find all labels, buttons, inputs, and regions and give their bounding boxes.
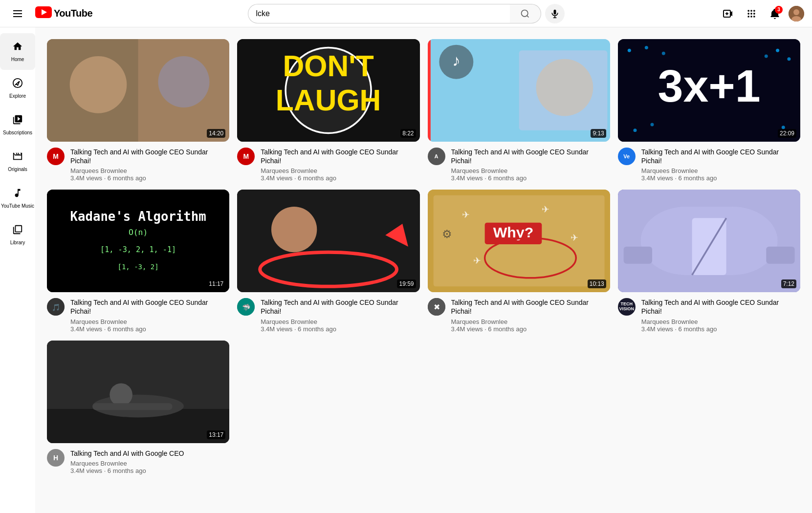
video-info-6: 🦈 Talking Tech and AI with Google CEO Su…: [237, 298, 419, 332]
video-info-4: Ve Talking Tech and AI with Google CEO S…: [618, 148, 800, 182]
video-info-8: TECHVISION Talking Tech and AI with Goog…: [618, 298, 800, 332]
music-icon: [12, 188, 23, 201]
video-card-8[interactable]: 7:12 TECHVISION Talking Tech and AI with…: [618, 190, 800, 332]
video-title-9: Talking Tech and AI with Google CEO: [70, 449, 229, 458]
header-right: 3: [706, 4, 804, 23]
subscriptions-icon: [12, 114, 23, 128]
hamburger-button[interactable]: [8, 4, 27, 23]
header-center: [106, 4, 706, 23]
video-stats-3: 3.4M views · 6 months ago: [451, 174, 610, 182]
svg-point-50: [650, 123, 654, 126]
video-card-2[interactable]: DON'T LAUGH 8:22 M Talking Tech and AI w…: [237, 39, 419, 182]
home-icon: [12, 41, 23, 55]
video-stats-2: 3.4M views · 6 months ago: [261, 174, 419, 182]
search-input[interactable]: [248, 4, 510, 23]
video-meta-3: Talking Tech and AI with Google CEO Sund…: [451, 148, 610, 182]
video-meta-8: Talking Tech and AI with Google CEO Sund…: [641, 298, 800, 332]
mic-button[interactable]: [545, 4, 565, 23]
thumbnail-5: Kadane's Algorithm O(n) [1, -3, 2, 1, -1…: [47, 190, 229, 292]
user-avatar[interactable]: [789, 6, 804, 21]
svg-text:♪: ♪: [452, 51, 460, 69]
channel-avatar-8: TECHVISION: [618, 298, 636, 316]
channel-name-5: Marquees Brownlee: [70, 318, 229, 325]
video-title-7: Talking Tech and AI with Google CEO Sund…: [451, 298, 610, 316]
layout: Home Explore Subscriptions: [0, 27, 812, 486]
apps-button[interactable]: [742, 4, 761, 23]
sidebar-item-home[interactable]: Home: [0, 33, 35, 70]
channel-avatar-5: 🎵: [47, 298, 65, 316]
svg-text:✈: ✈: [570, 233, 578, 243]
svg-text:✈: ✈: [542, 204, 549, 214]
svg-rect-17: [748, 13, 749, 14]
search-bar: [248, 4, 541, 23]
video-card-4[interactable]: 3x+1 22:09: [618, 39, 800, 182]
svg-text:[1, -3, 2, 1, -1]: [1, -3, 2, 1, -1]: [100, 246, 176, 255]
channel-name-6: Marquees Brownlee: [261, 318, 419, 325]
video-stats-7: 3.4M views · 6 months ago: [451, 325, 610, 333]
channel-name-8: Marquees Brownlee: [641, 318, 800, 325]
thumbnail-7: Why? Why? ✈ ✈ ✈ ✈ ⚙ 10:13: [428, 190, 610, 292]
create-button[interactable]: [718, 4, 738, 23]
video-card-6[interactable]: 19:59 🦈 Talking Tech and AI with Google …: [237, 190, 419, 332]
video-meta-4: Talking Tech and AI with Google CEO Sund…: [641, 148, 800, 182]
svg-point-40: [536, 59, 593, 116]
sidebar-item-youtube-music[interactable]: YouTube Music: [0, 180, 35, 216]
svg-text:3x+1: 3x+1: [658, 61, 760, 111]
video-title-5: Talking Tech and AI with Google CEO Sund…: [70, 298, 229, 316]
thumbnail-3: ♪ 9:13: [428, 39, 610, 142]
video-card-7[interactable]: Why? Why? ✈ ✈ ✈ ✈ ⚙ 10:13: [428, 190, 610, 332]
video-stats-8: 3.4M views · 6 months ago: [641, 325, 800, 333]
duration-9: 13:17: [207, 430, 225, 439]
duration-8: 7:12: [781, 279, 796, 288]
video-card-1[interactable]: 14:20 M Talking Tech and AI with Google …: [47, 39, 229, 182]
svg-rect-18: [750, 13, 752, 14]
svg-line-6: [527, 15, 529, 17]
svg-point-43: [628, 49, 631, 52]
channel-avatar-9: H: [47, 449, 65, 467]
svg-text:🦈: 🦈: [242, 303, 251, 312]
svg-text:✈: ✈: [461, 210, 469, 220]
video-meta-1: Talking Tech and AI with Google CEO Sund…: [70, 148, 229, 182]
video-grid: 14:20 M Talking Tech and AI with Google …: [47, 39, 800, 474]
search-button[interactable]: [510, 4, 541, 23]
sidebar: Home Explore Subscriptions: [0, 27, 35, 486]
svg-rect-16: [753, 10, 755, 11]
sidebar-item-explore[interactable]: Explore: [0, 70, 35, 107]
sidebar-item-subscriptions[interactable]: Subscriptions: [0, 107, 35, 143]
svg-text:✖: ✖: [433, 303, 439, 311]
channel-name-2: Marquees Brownlee: [261, 167, 419, 174]
video-card-9[interactable]: 13:17 H Talking Tech and AI with Google …: [47, 341, 229, 474]
channel-name-4: Marquees Brownlee: [641, 167, 800, 174]
video-title-8: Talking Tech and AI with Google CEO Sund…: [641, 298, 800, 316]
thumbnail-4: 3x+1 22:09: [618, 39, 800, 142]
thumbnail-8: 7:12: [618, 190, 800, 292]
channel-avatar-7: ✖: [428, 298, 445, 316]
sidebar-subscriptions-label: Subscriptions: [3, 130, 32, 135]
svg-rect-22: [753, 16, 755, 17]
channel-name-9: Marquees Brownlee: [70, 460, 229, 467]
sidebar-item-library[interactable]: Library: [0, 216, 35, 253]
video-info-2: M Talking Tech and AI with Google CEO Su…: [237, 148, 419, 182]
channel-name-7: Marquees Brownlee: [451, 318, 610, 325]
sidebar-music-label: YouTube Music: [1, 203, 34, 209]
video-card-5[interactable]: Kadane's Algorithm O(n) [1, -3, 2, 1, -1…: [47, 190, 229, 332]
sidebar-item-originals[interactable]: Originals: [0, 143, 35, 180]
svg-point-48: [765, 54, 768, 58]
video-info-1: M Talking Tech and AI with Google CEO Su…: [47, 148, 229, 182]
youtube-logo[interactable]: YouTube: [35, 6, 92, 21]
channel-avatar-2: M: [237, 148, 255, 165]
svg-point-45: [662, 52, 665, 55]
svg-text:O(n): O(n): [129, 228, 148, 237]
sidebar-explore-label: Explore: [9, 93, 26, 99]
svg-text:Kadane's Algorithm: Kadane's Algorithm: [70, 209, 206, 224]
svg-text:[1, -3, 2]: [1, -3, 2]: [118, 263, 159, 271]
video-card-3[interactable]: ♪ 9:13 A Talking Tech and AI with Google…: [428, 39, 610, 182]
sidebar-originals-label: Originals: [8, 167, 27, 172]
svg-rect-89: [92, 403, 172, 410]
video-info-9: H Talking Tech and AI with Google CEO Ma…: [47, 449, 229, 474]
notifications-button[interactable]: 3: [765, 4, 785, 23]
svg-rect-20: [748, 16, 749, 17]
video-meta-6: Talking Tech and AI with Google CEO Sund…: [261, 298, 419, 332]
video-meta-2: Talking Tech and AI with Google CEO Sund…: [261, 148, 419, 182]
thumbnail-2: DON'T LAUGH 8:22: [237, 39, 419, 142]
